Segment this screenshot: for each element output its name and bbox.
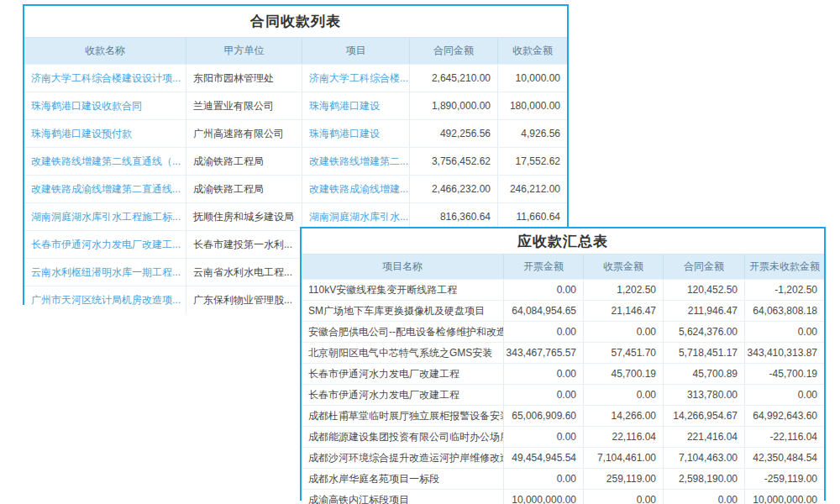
table-row: 成渝高铁内江标段项目10,000,000.000.000.0010,000,00… <box>302 489 824 504</box>
cell: 成渝高铁内江标段项目 <box>302 490 504 504</box>
cell-link[interactable]: 湖南洞庭湖水库引水工程施工标... <box>24 203 186 230</box>
cell: 0.00 <box>745 322 824 342</box>
cell: 10,000,000.00 <box>745 490 824 504</box>
cell-link[interactable]: 珠海鹤港口建设 <box>302 92 410 119</box>
cell: 0.00 <box>584 490 664 504</box>
cell: 北京朝阳区电气中芯特气系统之GMS安装 <box>302 343 504 363</box>
cell: 0.00 <box>504 364 584 384</box>
cell: 343,410,313.87 <box>745 343 824 363</box>
column-header: 合同金额 <box>410 38 498 64</box>
cell: 2,466,232.00 <box>410 176 498 202</box>
cell: 180,000.00 <box>498 92 567 119</box>
cell: 64,084,954.65 <box>504 301 584 321</box>
table-row: 珠海鹤港口建设预付款广州高速路有限公司珠海鹤港口建设492,256.564,92… <box>24 119 567 147</box>
cell: 0.00 <box>504 427 584 447</box>
cell: 492,256.56 <box>410 120 498 147</box>
cell: 343,467,765.57 <box>504 343 584 363</box>
cell: 1,890,000.00 <box>410 92 498 119</box>
cell: -259,119.00 <box>745 469 824 489</box>
cell-link[interactable]: 珠海鹤港口建设收款合同 <box>24 92 186 119</box>
table-row: 改建铁路线增建第二线直通线（...成渝铁路工程局改建铁路线增建第二...3,75… <box>24 147 567 175</box>
cell: 5,624,376.00 <box>664 322 745 342</box>
cell: 长春市建投第一水利... <box>186 231 302 258</box>
cell-link[interactable]: 广州市天河区统计局机房改造项... <box>24 286 186 313</box>
cell: 抚顺住房和城乡建设局 <box>186 203 302 230</box>
cell: 0.00 <box>584 385 664 405</box>
cell-link[interactable]: 改建铁路成渝线增建... <box>302 176 410 202</box>
table-row: 长春市伊通河水力发电厂改建工程0.0045,700.1945,700.89-45… <box>302 363 824 384</box>
cell: 21,146.47 <box>584 301 664 321</box>
cell: 64,992,643.60 <box>745 406 824 426</box>
cell: 7,104,463.00 <box>664 448 745 468</box>
table-row: SM广场地下车库更换摄像机及硬盘项目64,084,954.6521,146.47… <box>302 300 824 321</box>
cell: 49,454,945.54 <box>504 448 584 468</box>
table-row: 成都水岸华庭名苑项目一标段0.00259,119.002,598,190.00-… <box>302 468 824 489</box>
cell-link[interactable]: 云南水利枢纽潜明水库一期工程... <box>24 259 186 286</box>
cell: 成都水岸华庭名苑项目一标段 <box>302 469 504 489</box>
cell: 10,000,000.00 <box>504 490 584 504</box>
cell: 2,598,190.00 <box>664 469 745 489</box>
column-header: 合同金额 <box>664 255 745 279</box>
cell: 313,780.00 <box>664 385 745 405</box>
cell: 成都沙河环境综合提升改造运河护岸维修改造 <box>302 448 504 468</box>
table-row: 珠海鹤港口建设收款合同兰迪置业有限公司珠海鹤港口建设1,890,000.0018… <box>24 92 567 119</box>
cell: -22,116.04 <box>745 427 824 447</box>
cell: 22,116.04 <box>584 427 664 447</box>
cell: 14,266.00 <box>584 406 664 426</box>
table-body: 110kV安徽线程集变开断线路工程0.001,202.50120,452.50-… <box>302 279 824 504</box>
cell: 120,452.50 <box>664 280 745 300</box>
cell: 0.00 <box>745 385 824 405</box>
table-header-row: 收款名称甲方单位项目合同金额收款金额 <box>24 37 567 64</box>
cell: 成都杜甫草堂临时展厅独立展柜报警设备安装... <box>302 406 504 426</box>
cell: 259,119.00 <box>584 469 664 489</box>
cell: 211,946.47 <box>664 301 745 321</box>
cell: 14,266,954.67 <box>664 406 745 426</box>
cell: 云南省水利水电工程... <box>186 259 302 286</box>
cell: 0.00 <box>584 322 664 342</box>
table-row: 成都杜甫草堂临时展厅独立展柜报警设备安装...65,006,909.6014,2… <box>302 405 824 426</box>
cell: 成都能源建设集团投资有限公司临时办公场所... <box>302 427 504 447</box>
table-row: 改建铁路成渝线增建第二直通线...成渝铁路工程局改建铁路成渝线增建...2,46… <box>24 175 567 202</box>
cell: 长春市伊通河水力发电厂改建工程 <box>302 364 504 384</box>
cell: 东阳市园林管理处 <box>186 65 302 92</box>
table-row: 北京朝阳区电气中芯特气系统之GMS安装343,467,765.5757,451.… <box>302 342 824 363</box>
column-header: 收票金额 <box>584 255 664 279</box>
cell-link[interactable]: 改建铁路成渝线增建第二直通线... <box>24 176 186 202</box>
cell: 成渝铁路工程局 <box>186 176 302 202</box>
cell: 65,006,909.60 <box>504 406 584 426</box>
panel-title: 合同收款列表 <box>24 6 567 37</box>
cell: 7,104,461.00 <box>584 448 664 468</box>
table-row: 110kV安徽线程集变开断线路工程0.001,202.50120,452.50-… <box>302 279 824 300</box>
cell: 64,063,808.18 <box>745 301 824 321</box>
cell-link[interactable]: 珠海鹤港口建设预付款 <box>24 120 186 147</box>
table-row: 济南大学工科综合楼建设设计项...东阳市园林管理处济南大学工科综合楼...2,6… <box>24 64 567 92</box>
column-header: 开票金额 <box>504 255 584 279</box>
cell: 成渝铁路工程局 <box>186 148 302 175</box>
cell: 0.00 <box>504 280 584 300</box>
column-header: 甲方单位 <box>186 38 302 64</box>
cell: 0.00 <box>664 490 745 504</box>
table-row: 成都沙河环境综合提升改造运河护岸维修改造49,454,945.547,104,4… <box>302 447 824 468</box>
cell-link[interactable]: 改建铁路线增建第二... <box>302 148 410 175</box>
cell: 5,718,451.17 <box>664 343 745 363</box>
column-header: 项目 <box>302 38 410 64</box>
cell: 221,416.04 <box>664 427 745 447</box>
cell: 17,552.62 <box>498 148 567 175</box>
cell-link[interactable]: 珠海鹤港口建设 <box>302 120 410 147</box>
cell-link[interactable]: 济南大学工科综合楼建设设计项... <box>24 65 186 92</box>
cell: 45,700.89 <box>664 364 745 384</box>
cell-link[interactable]: 济南大学工科综合楼... <box>302 65 410 92</box>
cell: -1,202.50 <box>745 280 824 300</box>
cell: 0.00 <box>504 385 584 405</box>
column-header: 项目名称 <box>302 255 504 279</box>
cell: 57,451.70 <box>584 343 664 363</box>
cell: 0.00 <box>504 322 584 342</box>
table-row: 长春市伊通河水力发电厂改建工程0.000.00313,780.000.00 <box>302 384 824 405</box>
cell: 42,350,484.54 <box>745 448 824 468</box>
cell-link[interactable]: 改建铁路线增建第二线直通线（... <box>24 148 186 175</box>
cell: 广东保利物业管理股... <box>186 286 302 313</box>
cell-link[interactable]: 长春市伊通河水力发电厂改建工... <box>24 231 186 258</box>
column-header: 收款金额 <box>498 38 567 64</box>
cell: 长春市伊通河水力发电厂改建工程 <box>302 385 504 405</box>
cell: 1,202.50 <box>584 280 664 300</box>
